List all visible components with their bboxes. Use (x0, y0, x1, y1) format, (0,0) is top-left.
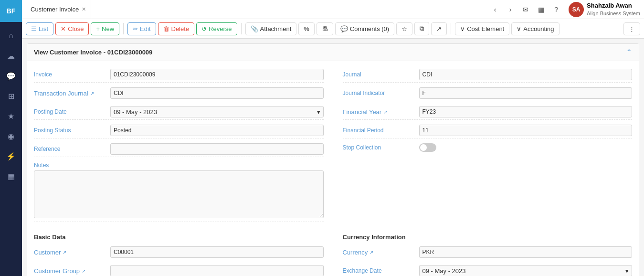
list-button[interactable]: ☰ List (26, 22, 53, 35)
exchange-date-dropdown-icon[interactable]: ▾ (625, 267, 629, 275)
posting-status-label: Posting Status (34, 127, 110, 134)
nav-next-button[interactable]: › (504, 3, 517, 16)
toolbar-right: ⋮ (623, 22, 640, 35)
percent-button[interactable]: % (298, 22, 315, 35)
delete-icon: 🗑 (163, 25, 169, 32)
comments-label: Comments (0) (350, 25, 389, 32)
comments-button[interactable]: 💬 Comments (0) (335, 22, 394, 35)
edit-button[interactable]: ✏ Edit (127, 22, 156, 35)
posting-status-value[interactable]: Posted (110, 125, 324, 136)
topbar: Customer Invoice ✕ ‹ › ✉ ▦ ? SA Shahzaib… (22, 0, 644, 19)
invoice-label: Invoice (34, 71, 110, 78)
star-button[interactable]: ☆ (396, 22, 412, 35)
tab-close-icon[interactable]: ✕ (82, 6, 86, 12)
invoice-value[interactable]: 01CDI23000009 (110, 69, 324, 80)
close-x-icon: ✕ (61, 25, 66, 32)
active-tab[interactable]: Customer Invoice ✕ (26, 0, 91, 19)
form-col-right: Journal CDI Journal Indicator F Financia… (343, 69, 633, 227)
sidebar-icon-circle[interactable]: ◉ (2, 127, 20, 145)
stop-collection-row: Stop Collection (343, 143, 633, 154)
basic-data-title: Basic Data (34, 234, 324, 241)
user-badge: SA Shahzaib Awan Align Business System (569, 2, 640, 17)
print-button[interactable]: 🖶 (317, 22, 333, 35)
transaction-journal-label: Transaction Journal ↗ (34, 90, 110, 97)
customer-label: Customer ↗ (34, 249, 110, 256)
financial-year-row: Financial Year ↗ FY23 (343, 106, 633, 120)
app-logo: BF (0, 0, 22, 22)
form-body: Invoice 01CDI23000009 Transaction Journa… (27, 61, 639, 276)
sidebar-icon-cloud[interactable]: ☁ (2, 47, 20, 64)
transaction-journal-row: Transaction Journal ↗ CDI (34, 87, 324, 101)
attachment-button[interactable]: 📎 Attachment (245, 22, 297, 35)
nav-mail-button[interactable]: ✉ (519, 3, 532, 16)
list-label: List (39, 25, 48, 32)
journal-indicator-label: Journal Indicator (343, 90, 419, 96)
customer-value[interactable]: C00001 (110, 246, 324, 258)
currency-ext-link-icon[interactable]: ↗ (370, 250, 373, 255)
share-button[interactable]: ↗ (431, 22, 447, 35)
delete-button[interactable]: 🗑 Delete (158, 22, 195, 35)
journal-indicator-value[interactable]: F (419, 87, 633, 99)
main-area: Customer Invoice ✕ ‹ › ✉ ▦ ? SA Shahzaib… (22, 0, 644, 276)
notes-row: Notes (34, 162, 324, 222)
close-button[interactable]: ✕ Close (55, 22, 89, 35)
main-panel: View Customer Invoice - 01CDI23000009 ⌃ … (27, 43, 639, 276)
sidebar-icon-chart[interactable]: ▦ (2, 168, 20, 185)
date-dropdown-icon[interactable]: ▾ (317, 108, 320, 116)
accounting-button[interactable]: ∨ Accounting (511, 22, 559, 35)
notes-textarea[interactable] (34, 170, 324, 218)
cost-element-chevron: ∨ (460, 25, 465, 32)
financial-period-row: Financial Period 11 (343, 125, 633, 138)
nav-help-button[interactable]: ? (549, 3, 563, 16)
customer-group-value[interactable] (110, 265, 324, 276)
accounting-label: Accounting (523, 25, 554, 32)
exchange-date-row: Exchange Date 09 - May - 2023 ▾ (343, 265, 633, 276)
more-button[interactable]: ⋮ (623, 22, 640, 35)
sidebar-icon-grid[interactable]: ⊞ (2, 87, 20, 105)
sidebar-icon-home[interactable]: ⌂ (2, 27, 20, 44)
journal-value[interactable]: CDI (419, 69, 633, 80)
reference-label: Reference (34, 146, 110, 152)
basic-data-col: Basic Data Customer ↗ C00001 Customer Gr… (34, 227, 324, 276)
form-grid: Invoice 01CDI23000009 Transaction Journa… (34, 69, 632, 227)
nav-chart-button[interactable]: ▦ (534, 3, 548, 16)
reverse-button[interactable]: ↺ Reverse (196, 22, 237, 35)
star-icon: ☆ (401, 25, 407, 32)
exchange-date-value[interactable]: 09 - May - 2023 ▾ (419, 265, 633, 276)
copy-button[interactable]: ⧉ (414, 22, 429, 35)
sidebar-icon-star[interactable]: ★ (2, 107, 20, 125)
lower-sections-grid: Basic Data Customer ↗ C00001 Customer Gr… (34, 227, 632, 276)
cost-element-button[interactable]: ∨ Cost Element (455, 22, 509, 35)
journal-row: Journal CDI (343, 69, 633, 83)
customer-ext-link-icon[interactable]: ↗ (63, 250, 66, 255)
posting-date-row: Posting Date 09 - May - 2023 ▾ (34, 106, 324, 120)
nav-prev-button[interactable]: ‹ (488, 3, 502, 16)
currency-value[interactable]: PKR (419, 246, 633, 258)
posting-date-value[interactable]: 09 - May - 2023 ▾ (110, 106, 324, 117)
customer-group-ext-link-icon[interactable]: ↗ (82, 268, 85, 274)
financial-year-value[interactable]: FY23 (419, 106, 633, 117)
reference-value[interactable] (110, 143, 324, 155)
sidebar-icon-activity[interactable]: ⚡ (2, 148, 20, 165)
topbar-nav: ‹ › ✉ ▦ ? SA Shahzaib Awan Align Busines… (488, 2, 640, 17)
edit-icon: ✏ (133, 25, 138, 32)
list-icon: ☰ (31, 25, 37, 32)
new-button[interactable]: + New (91, 22, 119, 35)
customer-row: Customer ↗ C00001 (34, 246, 324, 260)
user-avatar: SA (569, 2, 584, 17)
financial-year-ext-link-icon[interactable]: ↗ (383, 109, 387, 115)
edit-label: Edit (140, 25, 150, 32)
panel-collapse-button[interactable]: ⌃ (626, 48, 632, 57)
form-col-left: Invoice 01CDI23000009 Transaction Journa… (34, 69, 324, 227)
reverse-label: Reverse (209, 25, 232, 32)
transaction-journal-value[interactable]: CDI (110, 87, 324, 99)
sidebar-icon-chat[interactable]: 💬 (2, 67, 20, 85)
invoice-row: Invoice 01CDI23000009 (34, 69, 324, 83)
stop-collection-toggle[interactable] (419, 143, 436, 152)
ext-link-icon[interactable]: ↗ (90, 91, 94, 96)
attachment-icon: 📎 (251, 25, 258, 32)
toolbar-separator-1 (123, 23, 124, 34)
share-icon: ↗ (436, 25, 442, 32)
financial-period-value[interactable]: 11 (419, 125, 633, 136)
sidebar: BF ⌂ ☁ 💬 ⊞ ★ ◉ ⚡ ▦ (0, 0, 22, 276)
